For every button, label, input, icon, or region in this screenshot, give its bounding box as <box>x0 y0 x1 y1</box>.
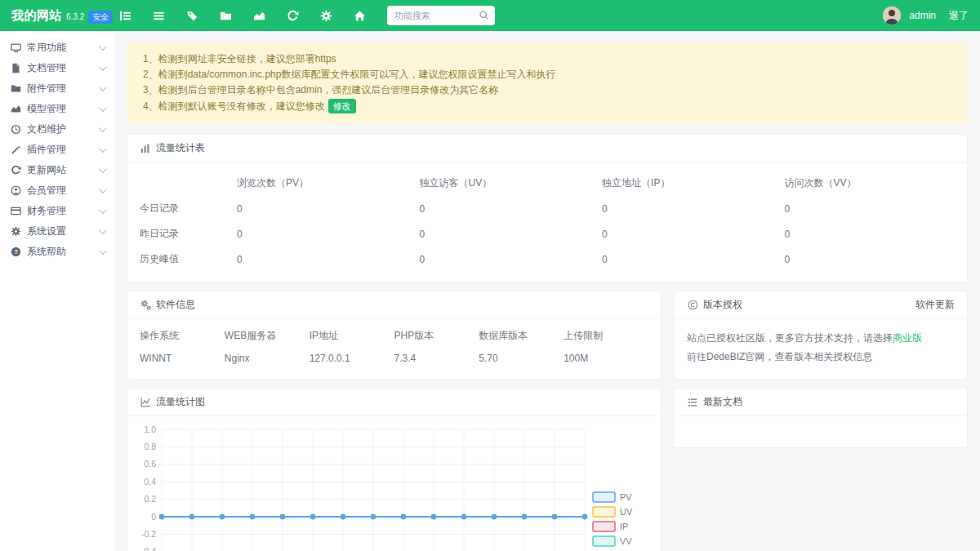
sidebar-item-label: 会员管理 <box>27 184 99 198</box>
sidebar-item-finance-management[interactable]: 财务管理 <box>0 201 114 221</box>
svg-text:0.4: 0.4 <box>144 477 156 487</box>
fix-account-button[interactable]: 修改 <box>328 99 356 113</box>
cell-value: 0 <box>602 221 784 247</box>
panel-header: 版本授权 软件更新 <box>675 291 967 319</box>
sidebar-item-update-site[interactable]: 更新网站 <box>0 160 114 180</box>
safe-badge: 安全 <box>88 11 113 24</box>
svg-text:0.8: 0.8 <box>144 442 156 451</box>
license-line-1: 站点已授权社区版，更多官方技术支持，请选择商业版 <box>687 329 955 348</box>
column-header-vv: 访问次数（VV） <box>785 171 968 196</box>
row-label: 历史峰值 <box>127 247 237 272</box>
sidebar-item-label: 更新网站 <box>27 163 99 177</box>
sidebar-item-common-functions[interactable]: 常用功能 <box>0 38 114 58</box>
search-icon[interactable] <box>479 10 489 23</box>
sidebar-item-label: 附件管理 <box>27 82 99 96</box>
svg-text:1.0: 1.0 <box>144 424 156 434</box>
sidebar-item-document-maintenance[interactable]: 文档维护 <box>0 119 114 140</box>
tag-icon[interactable] <box>186 10 198 22</box>
refresh-icon <box>10 165 21 176</box>
chevron-down-icon <box>99 42 107 51</box>
cogs-icon <box>140 300 151 310</box>
sidebar-item-model-management[interactable]: 模型管理 <box>0 99 114 119</box>
panel-title: 软件信息 <box>156 298 195 312</box>
sidebar-item-label: 常用功能 <box>27 41 99 55</box>
panel-title: 版本授权 <box>703 298 742 312</box>
avatar[interactable] <box>883 7 901 24</box>
traffic-stats-table: 浏览次数（PV） 独立访客（UV） 独立地址（IP） 访问次数（VV） 今日记录… <box>127 171 967 272</box>
gear-icon[interactable] <box>320 10 332 22</box>
home-icon[interactable] <box>354 10 366 22</box>
question-icon: ? <box>10 247 21 258</box>
software-info-grid: 操作系统 WEB服务器 IP地址 PHP版本 数据库版本 上传限制 WINNT … <box>127 319 661 379</box>
table-row: 今日记录 0 0 0 0 <box>127 196 967 221</box>
svg-text:0.2: 0.2 <box>144 494 156 504</box>
warning-line: 4、检测到默认账号没有修改，建议您修改修改 <box>143 99 951 113</box>
chevron-down-icon <box>99 63 107 71</box>
field-label: WEB服务器 <box>225 329 310 353</box>
column-header-pv: 浏览次数（PV） <box>237 171 419 196</box>
commercial-version-link[interactable]: 商业版 <box>893 332 922 344</box>
sidebar-item-plugin-management[interactable]: 插件管理 <box>0 140 114 160</box>
sidebar-item-system-settings[interactable]: 系统设置 <box>0 221 114 242</box>
function-search <box>387 6 495 25</box>
panel-header: 流量统计表 <box>127 135 967 162</box>
column-header-ip: 独立地址（IP） <box>602 171 784 196</box>
chevron-down-icon <box>99 104 107 112</box>
empty-corner-cell <box>127 171 237 196</box>
copyright-icon <box>687 300 698 310</box>
warning-line-text: 4、检测到默认账号没有修改，建议您修改 <box>143 100 325 112</box>
security-warning-box: 1、检测到网址非安全链接，建议您部署https 2、检测到data/common… <box>127 42 968 124</box>
indent-list-icon[interactable] <box>119 10 131 22</box>
sidebar-item-attachment-management[interactable]: 附件管理 <box>0 78 114 99</box>
svg-text:-0.4: -0.4 <box>141 546 156 551</box>
logout-link[interactable]: 退了 <box>949 9 969 23</box>
menu-icon[interactable] <box>153 10 165 22</box>
sidebar: 常用功能 文档管理 附件管理 模型管理 文档维护 插件管理 <box>0 31 114 551</box>
list-icon <box>687 398 698 407</box>
cell-value: 0 <box>602 196 784 221</box>
chevron-down-icon <box>99 144 107 153</box>
cell-value: 0 <box>785 221 968 247</box>
field-label: IP地址 <box>310 329 394 353</box>
table-row: 历史峰值 0 0 0 0 <box>127 247 967 272</box>
software-update-link[interactable]: 软件更新 <box>915 298 955 312</box>
sidebar-item-system-help[interactable]: ? 系统帮助 <box>0 242 114 262</box>
gear-icon <box>10 226 21 238</box>
sidebar-item-document-management[interactable]: 文档管理 <box>0 58 114 78</box>
chevron-down-icon <box>99 124 107 132</box>
svg-text:UV: UV <box>620 507 633 517</box>
chart-icon[interactable] <box>253 10 265 22</box>
version-label: 6.3.2 <box>66 12 84 21</box>
cell-value: 0 <box>237 196 419 221</box>
field-value: 100M <box>564 353 648 375</box>
svg-text:0: 0 <box>151 512 156 522</box>
svg-text:-0.2: -0.2 <box>141 529 156 539</box>
warning-line: 1、检测到网址非安全链接，建议您部署https <box>143 52 951 65</box>
username-label[interactable]: admin <box>909 10 936 21</box>
warning-line: 2、检测到data/common.inc.php数据库配置文件权限可以写入，建议… <box>143 68 951 81</box>
line-chart-icon <box>140 397 151 407</box>
warning-line: 3、检测到后台管理目录名称中包含admin，强烈建议后台管理目录修改为其它名称 <box>143 83 951 96</box>
site-logo[interactable]: 我的网站 6.3.2 安全 <box>11 8 114 24</box>
field-value: 127.0.0.1 <box>310 353 394 375</box>
folder-icon <box>10 83 21 95</box>
panel-header: 流量统计图 <box>127 389 661 416</box>
sidebar-item-member-management[interactable]: 会员管理 <box>0 180 114 201</box>
sidebar-item-label: 财务管理 <box>27 204 99 218</box>
field-value: Nginx <box>225 353 310 375</box>
license-line-2: 前往DedeBIZ官网，查看版本相关授权信息 <box>687 348 955 367</box>
cell-value: 0 <box>420 221 602 247</box>
user-icon <box>10 185 21 197</box>
refresh-icon[interactable] <box>287 10 299 22</box>
chevron-down-icon <box>99 165 107 173</box>
svg-text:0.6: 0.6 <box>144 459 156 469</box>
main-content: 1、检测到网址非安全链接，建议您部署https 2、检测到data/common… <box>114 31 980 551</box>
bar-chart-icon <box>140 144 151 153</box>
field-label: 数据库版本 <box>479 329 564 353</box>
field-value: WINNT <box>140 353 225 375</box>
folder-icon[interactable] <box>220 10 232 22</box>
field-label: PHP版本 <box>394 329 479 353</box>
cell-value: 0 <box>602 247 784 272</box>
chevron-down-icon <box>99 226 107 234</box>
chevron-down-icon <box>99 206 107 214</box>
